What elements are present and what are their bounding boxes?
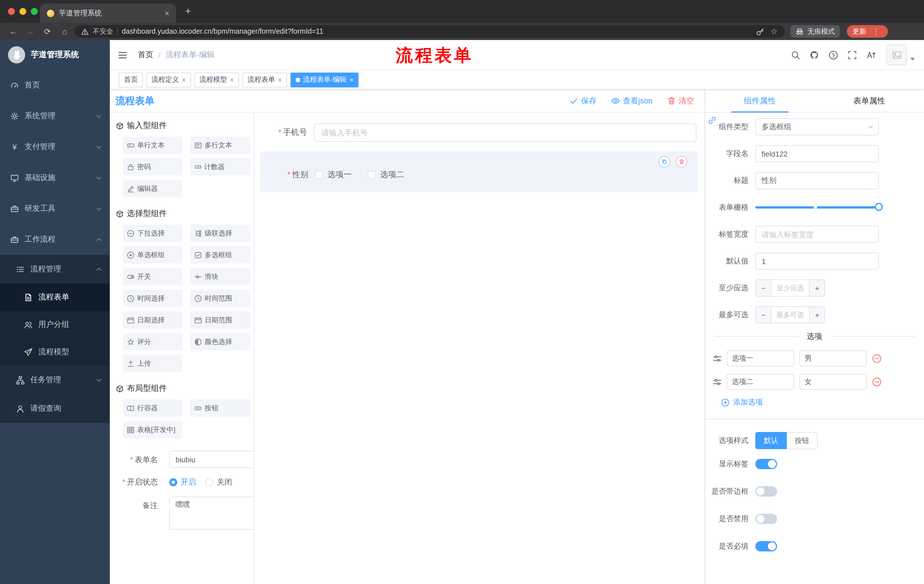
option-value-input[interactable] xyxy=(799,374,867,390)
browser-menu-icon[interactable]: ⋮ xyxy=(870,27,882,36)
component-cascader[interactable]: 级联选择 xyxy=(190,225,250,242)
checkbox-box[interactable] xyxy=(315,171,323,179)
github-icon[interactable] xyxy=(805,50,824,60)
close-icon[interactable]: × xyxy=(349,76,353,83)
component-time-range[interactable]: 时间范围 xyxy=(190,290,250,307)
avatar-caret-icon[interactable] xyxy=(910,58,915,60)
search-icon[interactable] xyxy=(786,50,805,60)
close-icon[interactable]: × xyxy=(182,76,186,83)
clear-button[interactable]: 清空 xyxy=(667,96,694,106)
form-canvas[interactable]: 手机号 性别 xyxy=(254,113,705,584)
drag-handle-icon[interactable] xyxy=(713,377,722,386)
gender-option-1[interactable]: 选项一 xyxy=(315,170,351,180)
component-editor[interactable]: 编辑器 xyxy=(123,180,182,197)
decrease-button[interactable]: − xyxy=(756,307,771,323)
delete-field-button[interactable] xyxy=(676,156,687,168)
component-counter[interactable]: 计数器 xyxy=(190,158,250,175)
view-tab-process-form-edit[interactable]: 流程表单-编辑 × xyxy=(290,72,358,87)
phone-input[interactable] xyxy=(314,123,696,142)
sidebar-item-process-mgmt[interactable]: 流程管理 xyxy=(0,255,110,283)
component-single-line-text[interactable]: 单行文本 xyxy=(123,137,182,154)
title-input[interactable] xyxy=(755,172,879,189)
component-upload[interactable]: 上传 xyxy=(123,355,182,372)
window-minimize-button[interactable] xyxy=(20,8,26,15)
sidebar-item-task-mgmt[interactable]: 任务管理 xyxy=(0,366,110,394)
component-select[interactable]: 下拉选择 xyxy=(123,225,182,242)
remove-option-button[interactable] xyxy=(872,354,882,363)
sidebar-item-process-form[interactable]: 流程表单 xyxy=(0,283,110,311)
window-zoom-button[interactable] xyxy=(31,8,38,15)
component-color-picker[interactable]: 颜色选择 xyxy=(190,333,250,350)
view-tab-home[interactable]: 首页 xyxy=(119,72,143,87)
sidebar-item-infra[interactable]: 基础设施 xyxy=(0,162,110,193)
fullscreen-icon[interactable] xyxy=(843,50,862,60)
view-tab-process-model[interactable]: 流程模型 × xyxy=(195,72,239,87)
close-icon[interactable]: × xyxy=(278,76,282,83)
sidebar-logo[interactable]: 芋道管理系统 xyxy=(0,40,110,70)
sidebar-item-user-group[interactable]: 用户分组 xyxy=(0,311,110,338)
link-icon[interactable] xyxy=(708,116,716,127)
field-gender-selected[interactable]: 性别 选项一 选项二 xyxy=(260,151,698,192)
field-name-input[interactable] xyxy=(755,145,879,162)
user-avatar[interactable] xyxy=(886,44,907,65)
home-button[interactable]: ⌂ xyxy=(57,27,72,36)
component-multi-line-text[interactable]: 多行文本 xyxy=(190,137,250,154)
forward-button[interactable]: → xyxy=(23,27,38,36)
update-button[interactable]: 更新 ⋮ xyxy=(847,25,888,38)
tab-component-props[interactable]: 组件属性 xyxy=(705,90,815,112)
sidebar-item-devtools[interactable]: 研发工具 xyxy=(0,193,110,224)
drag-handle-icon[interactable] xyxy=(713,354,722,363)
form-name-input[interactable] xyxy=(169,451,254,468)
sidebar-item-process-model[interactable]: 流程模型 xyxy=(0,338,110,366)
hamburger-icon[interactable] xyxy=(118,50,127,60)
sidebar-item-leave-query[interactable]: 请假查询 xyxy=(0,394,110,423)
slider-track[interactable] xyxy=(755,206,879,209)
sidebar-item-home[interactable]: 首页 xyxy=(0,70,110,100)
increase-button[interactable]: + xyxy=(810,280,825,296)
help-icon[interactable] xyxy=(824,50,843,60)
tab-close-icon[interactable]: × xyxy=(165,9,169,17)
min-select-input[interactable] xyxy=(771,280,810,296)
remove-option-button[interactable] xyxy=(872,377,882,387)
label-width-input[interactable] xyxy=(755,226,879,243)
option-value-input[interactable] xyxy=(799,350,867,366)
style-button-button[interactable]: 按钮 xyxy=(787,432,818,449)
status-radio-off[interactable]: 关闭 xyxy=(205,477,232,487)
component-row-container[interactable]: 行容器 xyxy=(123,400,182,416)
close-icon[interactable]: × xyxy=(230,76,234,83)
slider-handle[interactable] xyxy=(875,203,883,211)
reload-button[interactable]: ⟳ xyxy=(40,27,55,36)
border-switch[interactable] xyxy=(755,486,777,497)
add-option-button[interactable]: 添加选项 xyxy=(705,397,924,408)
new-tab-button[interactable]: + xyxy=(185,6,191,17)
form-grid-slider[interactable] xyxy=(755,199,879,216)
view-tab-process-form[interactable]: 流程表单 × xyxy=(243,72,287,87)
max-select-input[interactable] xyxy=(771,307,810,323)
url-bar[interactable]: 不安全 dashboard.yudao.iocoder.cn/bpm/manag… xyxy=(74,25,784,38)
view-tab-process-definition[interactable]: 流程定义 × xyxy=(146,72,191,87)
increase-button[interactable]: + xyxy=(810,307,825,323)
decrease-button[interactable]: − xyxy=(756,280,771,296)
show-label-switch[interactable] xyxy=(755,459,777,469)
component-switch[interactable]: 开关 xyxy=(123,268,182,285)
back-button[interactable]: ← xyxy=(6,27,21,36)
component-time-picker[interactable]: 时间选择 xyxy=(123,290,182,307)
component-table[interactable]: 表格[开发中] xyxy=(123,421,182,438)
component-date-range[interactable]: 日期范围 xyxy=(190,311,250,329)
component-password[interactable]: 密码 xyxy=(123,158,182,175)
style-default-button[interactable]: 默认 xyxy=(755,432,787,449)
required-switch[interactable] xyxy=(755,541,777,551)
component-button[interactable]: 按钮 xyxy=(190,400,250,416)
key-icon[interactable] xyxy=(756,27,765,36)
checkbox-box[interactable] xyxy=(368,171,376,179)
component-checkbox-group[interactable]: 多选框组 xyxy=(190,246,250,263)
sidebar-item-workflow[interactable]: 工作流程 xyxy=(0,224,110,255)
view-json-button[interactable]: 查看json xyxy=(611,96,652,106)
disabled-switch[interactable] xyxy=(755,514,777,524)
field-phone[interactable]: 手机号 xyxy=(260,120,698,145)
option-label-input[interactable] xyxy=(727,350,794,366)
font-size-icon[interactable] xyxy=(862,50,881,60)
status-radio-on[interactable]: 开启 xyxy=(169,477,196,487)
component-type-select[interactable]: 多选框组 xyxy=(755,118,879,135)
component-slider[interactable]: 滑块 xyxy=(190,268,250,285)
